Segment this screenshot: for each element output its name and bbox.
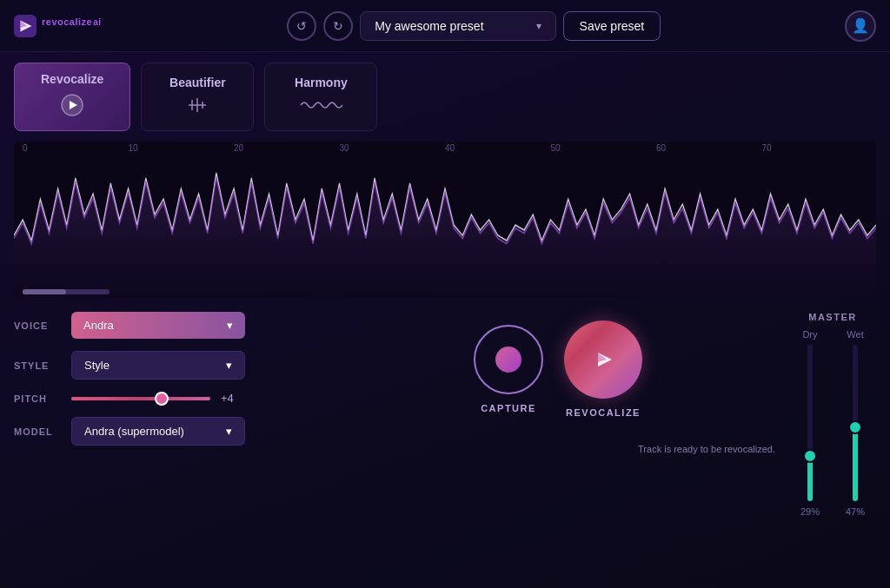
style-value: Style <box>84 359 110 372</box>
preset-dropdown[interactable]: My awesome preset ▾ <box>360 11 555 41</box>
tab-harmony-label: Harmony <box>295 76 348 89</box>
capture-inner <box>495 347 521 373</box>
header-center: ↺ ↻ My awesome preset ▾ Save preset <box>287 11 661 41</box>
ruler-70: 70 <box>762 143 868 153</box>
app-name: revocalize <box>42 17 92 27</box>
pitch-slider-container: +4 <box>71 392 327 405</box>
model-value: Andra (supermodel) <box>84 425 184 438</box>
wet-label: Wet <box>847 329 863 340</box>
model-row: MODEL Andra (supermodel) ▾ <box>14 417 327 446</box>
app-suffix: ai <box>93 17 101 27</box>
wet-value: 47% <box>846 506 865 517</box>
tab-beautifier[interactable]: Beautifier <box>141 63 254 131</box>
capture-btn-container: CAPTURE <box>474 325 543 413</box>
voice-select[interactable]: Andra ▾ <box>71 312 245 339</box>
wet-slider-col: Wet 47% <box>846 329 865 517</box>
tab-harmony-icon <box>299 96 342 118</box>
dry-label: Dry <box>802 329 817 340</box>
ruler-0: 0 <box>23 143 129 153</box>
logo-icon <box>14 15 37 37</box>
pitch-label: PITCH <box>14 393 57 404</box>
chevron-down-icon: ▾ <box>226 359 232 372</box>
profile-button[interactable]: 👤 <box>845 10 876 42</box>
action-buttons: CAPTURE REVOCALIZE <box>474 320 642 418</box>
master-panel: MASTER Dry 29% Wet 47% <box>789 312 876 517</box>
ruler-10: 10 <box>129 143 235 153</box>
waveform-svg <box>14 157 876 298</box>
capture-label: CAPTURE <box>481 403 536 413</box>
logo-text: revocalizeai <box>42 17 102 36</box>
revocalize-btn-container: REVOCALIZE <box>564 320 642 418</box>
voice-row: VOICE Andra ▾ <box>14 312 327 339</box>
ruler-30: 30 <box>340 143 446 153</box>
wet-slider-thumb[interactable] <box>848 420 862 434</box>
save-preset-button[interactable]: Save preset <box>563 11 661 41</box>
header: revocalizeai ↺ ↻ My awesome preset ▾ Sav… <box>0 0 890 52</box>
app-container: revocalizeai ↺ ↻ My awesome preset ▾ Sav… <box>0 0 890 588</box>
tab-revocalize-icon <box>60 93 84 122</box>
revocalize-button[interactable] <box>564 320 642 399</box>
ruler-20: 20 <box>234 143 340 153</box>
ruler-60: 60 <box>656 143 762 153</box>
chevron-down-icon: ▾ <box>536 20 541 32</box>
ruler-50: 50 <box>551 143 657 153</box>
controls-panel: VOICE Andra ▾ STYLE Style ▾ PITCH +4 <box>14 312 327 446</box>
redo-button[interactable]: ↻ <box>323 11 353 41</box>
status-text: Track is ready to be revocalized. <box>638 444 775 454</box>
master-sliders: Dry 29% Wet 47% <box>800 329 865 517</box>
dry-value: 29% <box>800 506 820 517</box>
chevron-down-icon: ▾ <box>226 425 232 438</box>
wet-slider-track[interactable] <box>853 345 858 501</box>
tab-revocalize[interactable]: Revocalize <box>14 63 130 131</box>
tab-revocalize-label: Revocalize <box>41 72 103 86</box>
tab-beautifier-icon <box>185 96 209 118</box>
model-label: MODEL <box>14 426 57 437</box>
revocalize-label: REVOCALIZE <box>566 407 641 418</box>
revocalize-play-icon <box>589 346 617 373</box>
wet-slider-fill <box>853 427 858 501</box>
pitch-row: PITCH +4 <box>14 392 327 405</box>
dry-slider-track[interactable] <box>807 345 813 501</box>
style-select[interactable]: Style ▾ <box>71 351 245 380</box>
waveform-scrollbar-thumb <box>23 289 66 294</box>
master-label: MASTER <box>808 312 856 322</box>
dry-slider-thumb[interactable] <box>803 449 817 463</box>
bottom-panel: VOICE Andra ▾ STYLE Style ▾ PITCH +4 <box>0 298 890 588</box>
tab-beautifier-label: Beautifier <box>169 76 226 89</box>
waveform-scrollbar[interactable] <box>23 289 110 294</box>
style-row: STYLE Style ▾ <box>14 351 327 380</box>
pitch-value: +4 <box>221 392 242 405</box>
preset-name: My awesome preset <box>375 19 483 33</box>
ruler-40: 40 <box>445 143 551 153</box>
dry-slider-col: Dry 29% <box>800 329 820 517</box>
chevron-down-icon: ▾ <box>227 319 233 332</box>
waveform-container: 0 10 20 30 40 50 60 70 <box>14 142 876 298</box>
module-tabs: Revocalize Beautifier Harmony <box>0 52 890 131</box>
voice-label: VOICE <box>14 320 57 331</box>
voice-value: Andra <box>83 319 114 332</box>
center-action: CAPTURE REVOCALIZE Track is ready to be … <box>341 312 775 456</box>
model-select[interactable]: Andra (supermodel) ▾ <box>71 417 245 446</box>
tab-harmony[interactable]: Harmony <box>264 63 377 131</box>
style-label: STYLE <box>14 360 57 371</box>
undo-button[interactable]: ↺ <box>287 11 316 41</box>
capture-button[interactable] <box>474 325 543 394</box>
logo-area: revocalizeai <box>14 15 102 37</box>
pitch-slider[interactable] <box>71 397 210 400</box>
waveform-ruler: 0 10 20 30 40 50 60 70 <box>23 143 867 153</box>
